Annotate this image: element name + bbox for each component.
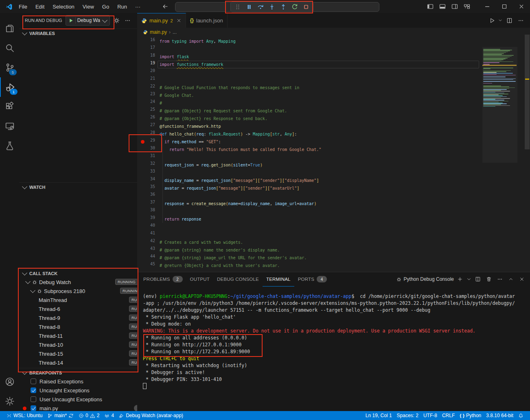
- tab-close-button[interactable]: [176, 18, 182, 23]
- maximize-button[interactable]: [496, 0, 513, 13]
- section-call-stack[interactable]: CALL STACK: [19, 269, 137, 278]
- debug-gear-button[interactable]: [112, 18, 121, 24]
- breakpoint-checkbox[interactable]: [31, 378, 36, 384]
- statusbar-remote-indicator[interactable]: WSL: Ubuntu: [4, 411, 45, 420]
- menu-run[interactable]: Run: [114, 2, 131, 11]
- debug-step-into-button[interactable]: [267, 2, 277, 11]
- panel-tab-debug-console[interactable]: DEBUG CONSOLE: [213, 272, 263, 286]
- callstack-item[interactable]: Thread-6RUNNING: [19, 304, 157, 313]
- code-area[interactable]: 16from typing import Any, Mapping1718imp…: [137, 37, 482, 272]
- terminal-instance[interactable]: Python Debug Console: [396, 276, 454, 282]
- start-debug-button[interactable]: [68, 18, 74, 24]
- scrollbar-thumb[interactable]: [525, 35, 530, 149]
- debug-step-out-button[interactable]: [278, 2, 289, 11]
- statusbar-python-version[interactable]: 3.8.10 64-bit: [484, 411, 516, 420]
- code-line: import functions_framework: [160, 61, 223, 68]
- statusbar-notifications[interactable]: [516, 411, 526, 420]
- callstack-item[interactable]: Thread-11RUNNING: [19, 331, 157, 340]
- minimap[interactable]: [482, 35, 517, 169]
- kill-terminal-button[interactable]: [484, 276, 494, 282]
- activitybar-run-and-debug[interactable]: 1: [0, 77, 20, 97]
- statusbar-cursor-position[interactable]: Ln 19, Col 1: [363, 411, 394, 420]
- activitybar-source-control[interactable]: 5: [0, 58, 19, 77]
- debug-step-over-button[interactable]: [255, 2, 266, 11]
- tab-launch-json[interactable]: {}launch.json: [186, 13, 228, 28]
- run-python-file-button[interactable]: [487, 18, 497, 24]
- menu-more[interactable]: ···: [131, 2, 144, 11]
- toggle-panel-button[interactable]: [436, 0, 449, 13]
- menu-go[interactable]: Go: [99, 2, 113, 11]
- breakpoint-checkbox[interactable]: [31, 405, 36, 411]
- statusbar-debug-session[interactable]: Debug Watch (avatar-app): [116, 411, 186, 420]
- menu-file[interactable]: File: [15, 2, 31, 11]
- activitybar-extensions[interactable]: [0, 97, 19, 116]
- callstack-item[interactable]: Thread-9RUNNING: [19, 313, 157, 322]
- activitybar-settings[interactable]: [0, 392, 19, 411]
- callstack-item[interactable]: Subprocess 2180RUNNING: [19, 287, 148, 295]
- new-terminal-button[interactable]: [455, 276, 465, 282]
- sidebar-more-actions[interactable]: [124, 18, 132, 24]
- activitybar-search[interactable]: [0, 38, 19, 58]
- menu-edit[interactable]: Edit: [32, 2, 48, 11]
- debug-pause-button[interactable]: [244, 2, 254, 11]
- breakpoint-item[interactable]: Raised Exceptions: [19, 377, 149, 386]
- statusbar-problems[interactable]: 02: [76, 411, 102, 420]
- debug-restart-button[interactable]: [289, 2, 300, 11]
- terminal-output[interactable]: (env) pierrick@LAPTOP-HKU5PNNG:~/git/goo…: [137, 286, 530, 408]
- statusbar-language-mode[interactable]: { }Python: [457, 411, 484, 420]
- close-panel-button[interactable]: [517, 276, 527, 282]
- panel-tab-output[interactable]: OUTPUT: [186, 272, 213, 286]
- activitybar-remote-explorer[interactable]: [0, 116, 19, 136]
- section-breakpoints[interactable]: BREAKPOINTS: [19, 368, 137, 377]
- terminal-line: * Debugger is active!: [143, 369, 205, 376]
- section-variables[interactable]: VARIABLES: [19, 28, 137, 37]
- tab-main-py[interactable]: main.py2: [137, 13, 186, 28]
- customize-layout-button[interactable]: [461, 0, 473, 13]
- statusbar-encoding[interactable]: UTF-8: [421, 411, 440, 420]
- callstack-item[interactable]: Thread-8RUNNING: [19, 322, 157, 331]
- minimize-button[interactable]: [479, 0, 496, 13]
- line-number: 18: [137, 53, 155, 57]
- callstack-item[interactable]: Thread-14RUNNING: [19, 358, 157, 367]
- panel-more-actions[interactable]: [495, 276, 505, 282]
- terminal-dropdown-button[interactable]: [466, 276, 472, 282]
- breakpoint-checkbox[interactable]: [31, 387, 36, 393]
- code-line: def hello_chat(req: flask.Request) -> Ma…: [160, 130, 297, 138]
- maximize-panel-button[interactable]: [506, 276, 516, 282]
- close-window-button[interactable]: [513, 0, 530, 13]
- launch-config-dropdown[interactable]: Debug Wa: [66, 15, 110, 26]
- breakpoint-item[interactable]: User Uncaught Exceptions: [19, 395, 149, 404]
- callstack-item[interactable]: Thread-15RUNNING: [19, 349, 157, 358]
- split-terminal-button[interactable]: [473, 276, 483, 282]
- breakpoint-checkbox[interactable]: [31, 396, 36, 402]
- callstack-item[interactable]: MainThreadRUNNING: [19, 295, 157, 304]
- arrow-left-icon: [162, 3, 169, 10]
- debug-stop-button[interactable]: [301, 2, 311, 11]
- breakpoint-item[interactable]: Uncaught Exceptions: [19, 386, 149, 395]
- statusbar-git-branch[interactable]: main*: [45, 411, 76, 420]
- run-dropdown-button[interactable]: [497, 18, 503, 23]
- panel-tab-terminal[interactable]: TERMINAL: [263, 272, 294, 287]
- callstack-item[interactable]: Debug WatchRUNNING: [19, 278, 143, 287]
- activitybar-accounts[interactable]: [0, 372, 19, 392]
- activitybar-testing[interactable]: [0, 136, 19, 155]
- statusbar-eol[interactable]: CRLF: [440, 411, 457, 420]
- breadcrumb[interactable]: main.py›...: [137, 28, 530, 37]
- editor-scrollbar[interactable]: [524, 13, 530, 272]
- toggle-secondary-sidebar-button[interactable]: [449, 0, 461, 13]
- callstack-item[interactable]: Thread-10RUNNING: [19, 340, 157, 349]
- panel-tab-ports[interactable]: PORTS4: [294, 272, 331, 286]
- activitybar-explorer[interactable]: [0, 19, 19, 38]
- debug-grip-button[interactable]: [232, 2, 243, 11]
- section-watch[interactable]: WATCH: [19, 182, 137, 191]
- statusbar-indentation[interactable]: Spaces: 2: [394, 411, 421, 420]
- menu-selection[interactable]: Selection: [49, 2, 78, 11]
- statusbar-forwarded-ports[interactable]: 4: [102, 411, 116, 420]
- split-editor-button[interactable]: [504, 18, 515, 24]
- menu-view[interactable]: View: [79, 2, 98, 11]
- minimap-viewport[interactable]: [482, 47, 517, 163]
- toggle-sidebar-button[interactable]: [424, 0, 436, 13]
- nav-back-button[interactable]: [160, 3, 171, 10]
- panel-tab-problems[interactable]: PROBLEMS2: [140, 272, 186, 286]
- line-number: 35: [137, 184, 155, 189]
